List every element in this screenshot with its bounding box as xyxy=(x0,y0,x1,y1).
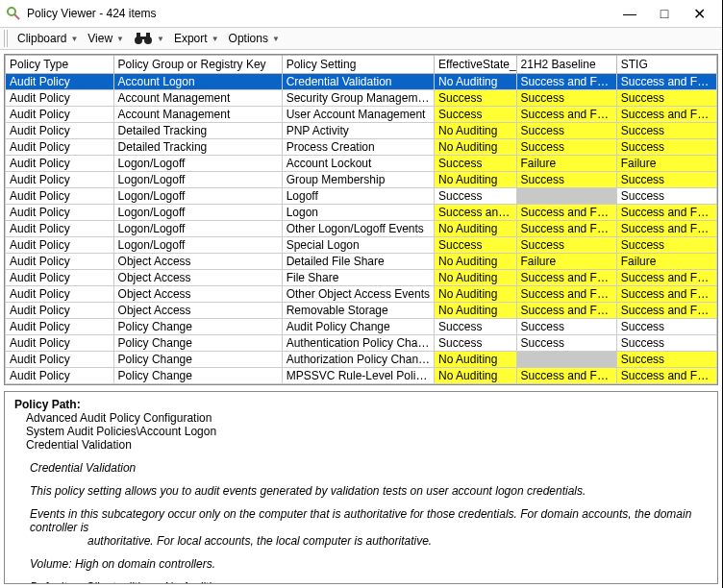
table-row[interactable]: Audit PolicyObject AccessDetailed File S… xyxy=(6,254,717,270)
table-cell: File Share xyxy=(282,270,434,286)
table-row[interactable]: Audit PolicyObject AccessOther Object Ac… xyxy=(6,286,717,303)
table-cell: Success xyxy=(616,123,716,139)
table-row[interactable]: Audit PolicyPolicy ChangeAuthentication … xyxy=(6,335,717,352)
table-cell: Success xyxy=(516,335,616,352)
details-paragraph: This policy setting allows you to audit … xyxy=(30,484,708,498)
table-cell: No Auditing xyxy=(435,368,516,384)
table-row[interactable]: Audit PolicyLogon/LogoffAccount LockoutS… xyxy=(6,156,717,172)
policy-path-line: Credential Validation xyxy=(26,438,708,452)
table-cell: Audit Policy xyxy=(6,352,114,368)
table-cell: Success xyxy=(435,319,516,335)
table-cell: Audit Policy xyxy=(6,221,114,237)
table-cell: Success xyxy=(516,90,616,107)
table-cell: Logon/Logoff xyxy=(113,172,282,188)
col-policy-type[interactable]: Policy Type xyxy=(6,56,114,74)
menu-view[interactable]: View▼ xyxy=(84,30,128,47)
col-policy-group[interactable]: Policy Group or Registry Key xyxy=(113,56,282,74)
maximize-button[interactable]: □ xyxy=(647,0,682,27)
table-cell: Success and Fail... xyxy=(616,107,716,123)
table-row[interactable]: Audit PolicyLogon/LogoffOther Logon/Logo… xyxy=(6,221,717,237)
table-row[interactable]: Audit PolicyObject AccessFile ShareNo Au… xyxy=(6,270,717,286)
table-cell: Audit Policy xyxy=(6,188,114,205)
table-cell: Failure xyxy=(616,254,716,270)
menu-export[interactable]: Export▼ xyxy=(170,30,223,47)
table-cell: Audit Policy xyxy=(6,335,114,352)
table-cell: Account Lockout xyxy=(282,156,434,172)
policy-grid[interactable]: Policy Type Policy Group or Registry Key… xyxy=(4,54,718,385)
titlebar-left: Policy Viewer - 424 items xyxy=(6,6,157,21)
table-cell: Logon/Logoff xyxy=(113,156,282,172)
table-cell: Success and Fail... xyxy=(516,221,616,237)
menu-options[interactable]: Options▼ xyxy=(225,30,284,47)
details-paragraph: Events in this subcategory occur only on… xyxy=(30,507,708,548)
table-cell: Success xyxy=(516,139,616,156)
table-cell: Success and Fail... xyxy=(616,303,716,319)
table-row[interactable]: Audit PolicyAccount LogonCredential Vali… xyxy=(6,74,717,90)
table-cell: Audit Policy xyxy=(6,237,114,254)
menu-clipboard[interactable]: Clipboard▼ xyxy=(13,30,82,47)
col-policy-setting[interactable]: Policy Setting xyxy=(282,56,434,74)
minimize-button[interactable]: — xyxy=(612,0,647,27)
table-cell xyxy=(516,352,616,368)
table-cell: Object Access xyxy=(113,286,282,303)
table-cell: No Auditing xyxy=(435,139,516,156)
table-row[interactable]: Audit PolicyObject AccessRemovable Stora… xyxy=(6,303,717,319)
table-cell: Success xyxy=(616,335,716,352)
table-cell: Logon/Logoff xyxy=(113,205,282,221)
table-cell: Policy Change xyxy=(113,352,282,368)
table-row[interactable]: Audit PolicyPolicy ChangeMPSSVC Rule-Lev… xyxy=(6,368,717,384)
table-row[interactable]: Audit PolicyLogon/LogoffLogoffSuccessSuc… xyxy=(6,188,717,205)
table-row[interactable]: Audit PolicyPolicy ChangeAudit Policy Ch… xyxy=(6,319,717,335)
table-cell: Success xyxy=(616,90,716,107)
table-cell: Detailed Tracking xyxy=(113,123,282,139)
table-cell: No Auditing xyxy=(435,270,516,286)
table-cell: Success xyxy=(616,188,716,205)
table-cell: Policy Change xyxy=(113,319,282,335)
chevron-down-icon: ▼ xyxy=(116,35,124,43)
table-cell: Success xyxy=(435,107,516,123)
table-row[interactable]: Audit PolicyLogon/LogoffGroup Membership… xyxy=(6,172,717,188)
table-cell: Success xyxy=(516,237,616,254)
table-row[interactable]: Audit PolicyAccount ManagementUser Accou… xyxy=(6,107,717,123)
table-cell: Process Creation xyxy=(282,139,434,156)
col-effective-state[interactable]: EffectiveState_ xyxy=(435,56,516,74)
table-cell: Success xyxy=(516,123,616,139)
table-cell: No Auditing xyxy=(435,303,516,319)
table-row[interactable]: Audit PolicyPolicy ChangeAuthorization P… xyxy=(6,352,717,368)
table-cell: Success xyxy=(435,335,516,352)
table-cell: Audit Policy xyxy=(6,74,114,90)
table-cell: Audit Policy xyxy=(6,368,114,384)
table-cell: Account Management xyxy=(113,90,282,107)
table-row[interactable]: Audit PolicyLogon/LogoffLogonSuccess and… xyxy=(6,205,717,221)
toolbar-grip[interactable] xyxy=(4,30,8,47)
table-cell: Success and Fail... xyxy=(516,205,616,221)
policy-path-line: System Audit Policies\Account Logon xyxy=(26,425,708,438)
svg-point-0 xyxy=(8,8,15,15)
table-cell: Audit Policy xyxy=(6,205,114,221)
table-cell: Audit Policy xyxy=(6,303,114,319)
col-stig[interactable]: STIG xyxy=(616,56,716,74)
table-cell: Audit Policy xyxy=(6,107,114,123)
header-row: Policy Type Policy Group or Registry Key… xyxy=(6,56,717,74)
close-button[interactable]: ✕ xyxy=(682,0,716,27)
table-cell: Success and... xyxy=(435,205,516,221)
table-cell: Account Management xyxy=(113,107,282,123)
table-cell: Audit Policy xyxy=(6,254,114,270)
find-button[interactable]: ▼ xyxy=(130,29,168,48)
table-cell: MPSSVC Rule-Level Policy C... xyxy=(282,368,434,384)
table-cell: No Auditing xyxy=(435,254,516,270)
menu-label: Clipboard xyxy=(17,32,66,45)
table-cell: Success and Fail... xyxy=(616,205,716,221)
col-21h2-baseline[interactable]: 21H2 Baseline xyxy=(516,56,616,74)
table-row[interactable]: Audit PolicyAccount ManagementSecurity G… xyxy=(6,90,717,107)
table-row[interactable]: Audit PolicyDetailed TrackingPNP Activit… xyxy=(6,123,717,139)
table-cell: Object Access xyxy=(113,303,282,319)
table-cell: User Account Management xyxy=(282,107,434,123)
table-row[interactable]: Audit PolicyLogon/LogoffSpecial LogonSuc… xyxy=(6,237,717,254)
table-cell: Success xyxy=(616,172,716,188)
table-cell: Group Membership xyxy=(282,172,434,188)
binoculars-icon xyxy=(134,31,153,46)
table-row[interactable]: Audit PolicyDetailed TrackingProcess Cre… xyxy=(6,139,717,156)
table-cell xyxy=(516,188,616,205)
table-cell: Success and Fail... xyxy=(616,270,716,286)
